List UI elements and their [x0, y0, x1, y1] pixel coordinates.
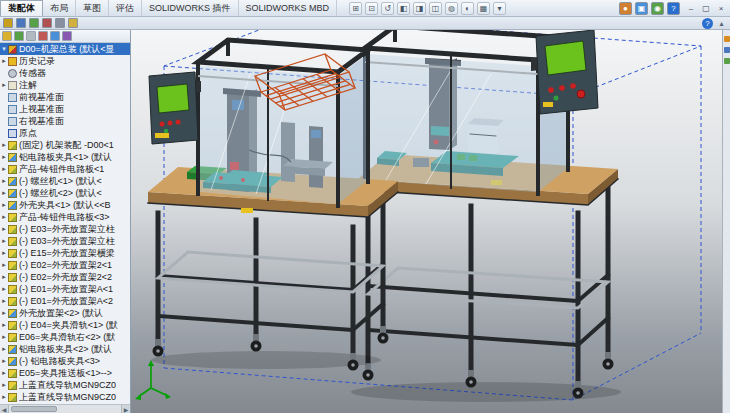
mate-icon[interactable] — [16, 18, 26, 28]
expand-arrow-icon[interactable]: ▸ — [0, 357, 8, 365]
maximize-button[interactable]: ▢ — [699, 2, 713, 15]
edit-appearance-icon[interactable]: ◐ — [461, 2, 474, 15]
tab-evaluate[interactable]: 评估 — [109, 0, 142, 16]
tree-item[interactable]: 传感器 — [0, 67, 130, 79]
tree-item[interactable]: ▸ 注解 — [0, 79, 130, 91]
section-view-icon[interactable]: ◧ — [397, 2, 410, 15]
tree-item[interactable]: ▸ (-) E15=外壳放置架横梁 — [0, 247, 130, 259]
component-pattern-icon[interactable] — [29, 18, 39, 28]
expand-arrow-icon[interactable]: ▸ — [0, 153, 8, 161]
scroll-left-icon[interactable]: ◀ — [0, 405, 9, 413]
assembly-features-icon[interactable] — [55, 18, 65, 28]
help-icon[interactable]: ? — [702, 18, 713, 29]
expand-arrow-icon[interactable]: ▸ — [0, 285, 8, 293]
tree-item[interactable]: 前视基准面 — [0, 91, 130, 103]
expand-arrow-icon[interactable]: ▸ — [0, 177, 8, 185]
tree-item[interactable]: ▸ (固定) 机架装配 -D00<1 — [0, 139, 130, 151]
tree-item[interactable]: ▸ 产品-铸钮件电路板<3> — [0, 211, 130, 223]
expand-arrow-icon[interactable]: ▸ — [0, 189, 8, 197]
tree-item[interactable]: ▸ (-) 螺丝机<2> (默认< — [0, 187, 130, 199]
expand-arrow-icon[interactable]: ▸ — [0, 297, 8, 305]
expand-arrow-icon[interactable]: ▾ — [0, 45, 8, 53]
zoom-fit-icon[interactable]: ⊞ — [349, 2, 362, 15]
tree-item[interactable]: 上视基准面 — [0, 103, 130, 115]
tab-layout[interactable]: 布局 — [43, 0, 76, 16]
tree-item[interactable]: ▸ 历史记录 — [0, 55, 130, 67]
dimxpertmanager-tab-icon[interactable] — [38, 31, 48, 41]
tree-item[interactable]: 右视基准面 — [0, 115, 130, 127]
view-orientation-icon[interactable]: ◨ — [413, 2, 426, 15]
expand-arrow-icon[interactable]: ▸ — [0, 321, 8, 329]
hide-show-items-icon[interactable]: ◍ — [445, 2, 458, 15]
expand-arrow-icon[interactable]: ▸ — [0, 381, 8, 389]
tree-item[interactable]: ▸ (-) E01=外壳放置架A<2 — [0, 295, 130, 307]
tree-item[interactable]: ▸ 外壳放置架<2> (默认 — [0, 307, 130, 319]
tree-item[interactable]: ▸ (-) E02=外壳放置架2<1 — [0, 259, 130, 271]
insert-components-icon[interactable] — [3, 18, 13, 28]
tree-item[interactable]: ▸ 铝电路板夹具<2> (默认 — [0, 343, 130, 355]
tab-solidworks-addins[interactable]: SOLIDWORKS 插件 — [142, 0, 239, 16]
configurationmanager-tab-icon[interactable] — [26, 31, 36, 41]
graphics-viewport[interactable] — [131, 30, 722, 413]
minimize-button[interactable]: – — [684, 2, 698, 15]
expand-arrow-icon[interactable]: ▸ — [0, 57, 8, 65]
taskpane-explorer-icon[interactable] — [724, 58, 730, 64]
displaymanager-tab-icon[interactable] — [50, 31, 60, 41]
help-icon[interactable]: ? — [667, 2, 680, 15]
tree-horizontal-scrollbar[interactable]: ◀ ▶ — [0, 404, 130, 413]
expand-arrow-icon[interactable]: ▸ — [0, 201, 8, 209]
expand-arrow-icon[interactable]: ▸ — [0, 345, 8, 353]
tree-item[interactable]: ▾ D00=机架总装 (默认<显 — [0, 43, 130, 55]
tree-item[interactable]: ▸ 外壳夹具<1> (默认<<B — [0, 199, 130, 211]
tree-item[interactable]: ▸ (-) 铝电路板夹具<3> — [0, 355, 130, 367]
tab-assembly[interactable]: 装配体 — [0, 0, 43, 16]
close-button[interactable]: × — [714, 2, 728, 15]
tab-sketch[interactable]: 草图 — [76, 0, 109, 16]
tree-item[interactable]: ▸ (-) E02=外壳放置架2<2 — [0, 271, 130, 283]
tree-item[interactable]: ▸ E05=夹具推送板<1>--> — [0, 367, 130, 379]
scene-icon[interactable]: ▣ — [635, 2, 648, 15]
expand-arrow-icon[interactable]: ▸ — [0, 393, 8, 401]
expand-arrow-icon[interactable]: ▸ — [0, 141, 8, 149]
tree-item[interactable]: ▸ 产品-铸钮件电路板<1 — [0, 163, 130, 175]
expand-arrow-icon[interactable]: ▸ — [0, 273, 8, 281]
expand-arrow-icon[interactable]: ▸ — [0, 237, 8, 245]
expand-arrow-icon[interactable]: ▸ — [0, 213, 8, 221]
tree-item[interactable]: 原点 — [0, 127, 130, 139]
tree-item[interactable]: ▸ 上盖直线导轨MGN9CZ0 — [0, 391, 130, 403]
tree-item[interactable]: ▸ (-) E03=外壳放置架立柱 — [0, 235, 130, 247]
view-settings-icon[interactable]: ▾ — [493, 2, 506, 15]
taskpane-resources-icon[interactable] — [724, 36, 730, 42]
move-component-icon[interactable] — [42, 18, 52, 28]
expand-arrow-icon[interactable]: ▸ — [0, 261, 8, 269]
display-style-icon[interactable]: ◫ — [429, 2, 442, 15]
tab-solidworks-mbd[interactable]: SOLIDWORKS MBD — [239, 0, 338, 16]
tree-item[interactable]: ▸ (-) E01=外壳放置架A<1 — [0, 283, 130, 295]
tree-item[interactable]: ▸ (-) E04=夹具滑轨<1> (默 — [0, 319, 130, 331]
tree-item[interactable]: ▸ 上盖直线导轨MGN9CZ0 — [0, 379, 130, 391]
zoom-area-icon[interactable]: ⊡ — [365, 2, 378, 15]
expand-arrow-icon[interactable]: ▸ — [0, 249, 8, 257]
featuremanager-tab-icon[interactable] — [2, 31, 12, 41]
appearance-icon[interactable]: ● — [619, 2, 632, 15]
task-pane-strip[interactable] — [722, 30, 730, 413]
apply-scene-icon[interactable]: ▦ — [477, 2, 490, 15]
pin-toolbar-icon[interactable]: ▴ — [716, 18, 727, 29]
propertymanager-tab-icon[interactable] — [14, 31, 24, 41]
cam-tab-icon[interactable] — [62, 31, 72, 41]
scroll-track[interactable] — [9, 405, 121, 413]
expand-arrow-icon[interactable]: ▸ — [0, 369, 8, 377]
tree-item[interactable]: ▸ (-) E03=外壳放置架立柱 — [0, 223, 130, 235]
camera-icon[interactable]: ◉ — [651, 2, 664, 15]
exploded-view-icon[interactable] — [68, 18, 78, 28]
taskpane-library-icon[interactable] — [724, 47, 730, 53]
previous-view-icon[interactable]: ↺ — [381, 2, 394, 15]
expand-arrow-icon[interactable]: ▸ — [0, 81, 8, 89]
tree-item[interactable]: ▸ (-) 螺丝机<1> (默认< — [0, 175, 130, 187]
tree-item[interactable]: ▸ 铝电路板夹具<1> (默认 — [0, 151, 130, 163]
expand-arrow-icon[interactable]: ▸ — [0, 309, 8, 317]
expand-arrow-icon[interactable]: ▸ — [0, 333, 8, 341]
expand-arrow-icon[interactable]: ▸ — [0, 225, 8, 233]
scroll-right-icon[interactable]: ▶ — [121, 405, 130, 413]
tree-item[interactable]: ▸ E06=夹具滑轨右<2> (默 — [0, 331, 130, 343]
